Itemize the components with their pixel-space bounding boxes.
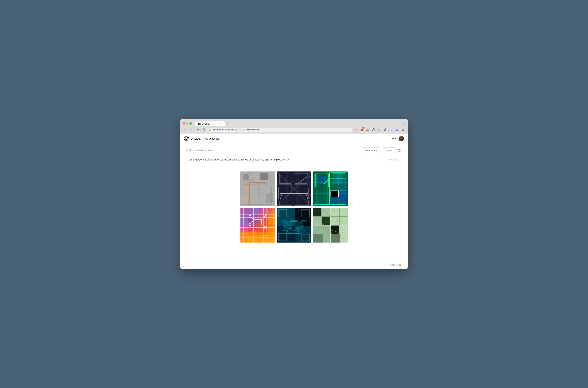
extension-badge: 3: [362, 127, 365, 129]
report-issue-button[interactable]: Report issue: [389, 264, 404, 266]
grid-item-1[interactable]: [240, 171, 275, 206]
url-text: labs.openai.com/e/xkir1gtKjP72IYkwybR5GN…: [213, 128, 259, 131]
app-header: DALL·E / My collection •••: [180, 134, 408, 144]
app-logo: DALL·E: [184, 136, 201, 141]
image-grid-section: [186, 168, 402, 250]
close-window-button[interactable]: [183, 122, 185, 124]
prompt-input-row: Generate: [186, 156, 402, 163]
generated-image-2: [277, 171, 311, 206]
forward-button[interactable]: ›: [189, 127, 194, 132]
grid-item-5[interactable]: [277, 208, 311, 242]
svg-rect-5: [390, 129, 390, 129]
generated-image-1: [240, 171, 275, 206]
reload-button[interactable]: ↻: [195, 127, 200, 132]
back-button[interactable]: ‹: [183, 127, 188, 132]
more-options-button[interactable]: •••: [392, 137, 396, 141]
browser-window: D DALL·E ✕ + ⌄ ‹ › ↻ 🔒 labs.: [180, 119, 408, 269]
bookmark-button[interactable]: [202, 127, 206, 132]
tab-title: DALL·E: [202, 122, 218, 125]
svg-rect-10: [391, 129, 392, 130]
tab-close-button[interactable]: ✕: [220, 122, 222, 125]
avatar-image: [398, 136, 404, 142]
window-chevron-button[interactable]: ⌄: [401, 121, 405, 125]
svg-rect-13: [391, 130, 392, 131]
grid-item-2[interactable]: [277, 171, 311, 206]
upload-button[interactable]: Upload: [382, 147, 395, 153]
generated-image-6: [313, 208, 348, 242]
active-tab[interactable]: D DALL·E ✕: [195, 121, 225, 126]
grid-item-3[interactable]: [313, 171, 348, 206]
menu-button[interactable]: [400, 127, 405, 132]
prompt-input[interactable]: [189, 158, 388, 161]
nav-separator: /: [203, 137, 204, 141]
svg-rect-11: [390, 130, 390, 131]
download-icon[interactable]: [353, 127, 358, 132]
history-button[interactable]: [397, 148, 402, 153]
header-nav: / My collection: [202, 137, 220, 141]
lock-icon: 🔒: [209, 129, 211, 131]
address-bar: ‹ › ↻ 🔒 labs.openai.com/e/xkir1gtKjP72IY…: [180, 126, 408, 134]
header-actions: •••: [392, 136, 404, 142]
new-tab-button[interactable]: +: [225, 121, 230, 126]
report-issue-label: Report issue: [389, 264, 401, 266]
svg-rect-8: [390, 129, 390, 130]
app-name-label: DALL·E: [191, 137, 201, 140]
prompt-section: Edit the detailed description Surprise m…: [186, 147, 402, 163]
generated-image-3: [313, 171, 348, 206]
openai-logo-icon: [184, 136, 189, 141]
alert-extension-icon[interactable]: [365, 127, 370, 132]
maximize-window-button[interactable]: [190, 122, 192, 124]
main-content: Edit the detailed description Surprise m…: [180, 144, 408, 262]
footer: Report issue: [180, 262, 408, 269]
prompt-controls: Surprise me Upload: [362, 147, 402, 153]
tab-bar: D DALL·E ✕ +: [195, 121, 400, 126]
prompt-label: Edit the detailed description: [186, 149, 213, 151]
svg-rect-7: [391, 129, 392, 129]
shield-extension-icon[interactable]: 3: [359, 127, 364, 132]
title-bar: D DALL·E ✕ + ⌄: [180, 119, 408, 126]
info-icon[interactable]: [371, 127, 376, 132]
collection-nav-item[interactable]: My collection: [205, 137, 220, 140]
g-extension-icon[interactable]: G: [377, 127, 382, 132]
generate-button[interactable]: Generate: [388, 158, 399, 161]
surprise-me-button[interactable]: Surprise me: [362, 147, 380, 153]
puzzle-icon[interactable]: [383, 127, 387, 132]
user-avatar[interactable]: [398, 136, 404, 142]
generated-image-5: [277, 208, 311, 242]
svg-rect-9: [391, 129, 391, 130]
minimize-window-button[interactable]: [186, 122, 188, 124]
toolbar-extensions: 3 G: [353, 127, 405, 132]
browser-chrome: D DALL·E ✕ + ⌄ ‹ › ↻ 🔒 labs.: [180, 119, 408, 134]
image-grid: [240, 171, 348, 242]
svg-rect-12: [391, 130, 391, 131]
generated-image-4: [240, 208, 275, 242]
svg-rect-6: [391, 129, 391, 129]
grid-item-6[interactable]: [313, 208, 348, 242]
window-controls: ⌄: [401, 121, 405, 126]
grid-icon[interactable]: [389, 127, 393, 132]
url-bar[interactable]: 🔒 labs.openai.com/e/xkir1gtKjP72IYkwybR5…: [207, 128, 352, 132]
grid-item-4[interactable]: [240, 208, 275, 242]
lines-icon[interactable]: [394, 127, 399, 132]
app-content: DALL·E / My collection ••• Edit the deta…: [180, 134, 408, 269]
traffic-lights: [183, 122, 192, 124]
tab-favicon-icon: D: [198, 122, 201, 125]
